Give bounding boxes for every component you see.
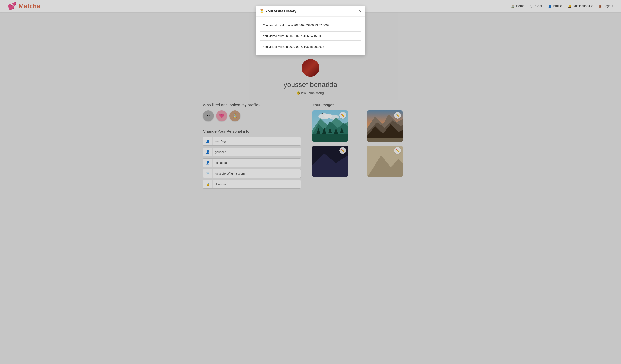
modal-title-text: Your visite History — [265, 9, 296, 13]
modal-title: ⏳ Your visite History — [259, 9, 296, 13]
modal-header: ⏳ Your visite History × — [256, 6, 365, 17]
modal-close-button[interactable]: × — [359, 9, 362, 13]
history-item: You visited Milsa in 2020-02-23T06:34:15… — [259, 31, 362, 40]
history-item: You visited moillerao in 2020-02-23T06:2… — [259, 20, 362, 30]
visit-history-modal: ⏳ Your visite History × You visited moil… — [256, 6, 365, 55]
history-item: You visited Milsa in 2020-02-23T06:38:00… — [259, 42, 362, 51]
modal-overlay[interactable]: ⏳ Your visite History × You visited moil… — [0, 0, 621, 364]
modal-body: You visited moillerao in 2020-02-23T06:2… — [256, 17, 365, 55]
modal-title-icon: ⏳ — [259, 9, 264, 13]
